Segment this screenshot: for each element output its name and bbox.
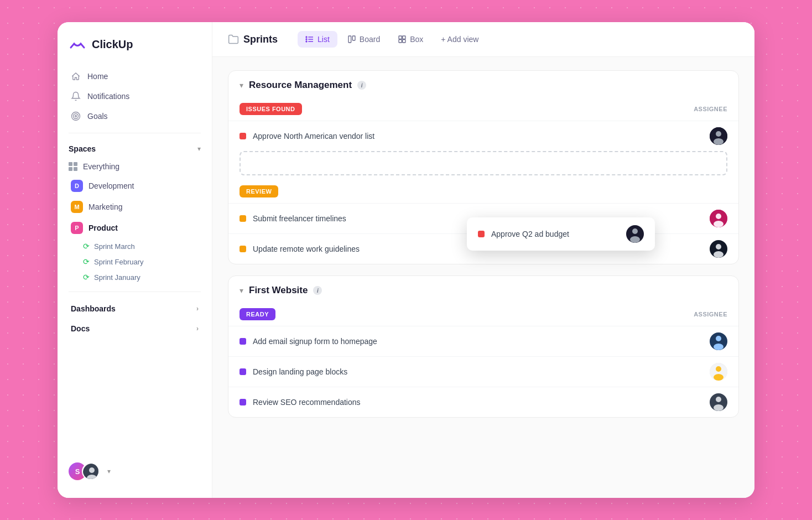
- view-tabs: List Board Box + Add view: [298, 31, 486, 48]
- sprint-february[interactable]: ⟳ Sprint February: [76, 254, 210, 269]
- svg-point-35: [714, 404, 723, 411]
- status-bar-ready: READY ASSIGNEE: [228, 303, 738, 326]
- svg-rect-13: [352, 36, 355, 40]
- sidebar-item-product[interactable]: P Product: [60, 217, 210, 238]
- nav-goals[interactable]: Goals: [64, 106, 205, 126]
- svg-point-25: [716, 244, 721, 249]
- product-label: Product: [89, 223, 118, 232]
- task-name: Submit freelancer timelines: [253, 214, 346, 223]
- add-view-button[interactable]: + Add view: [433, 31, 486, 48]
- assignee-col-label-2: ASSIGNEE: [694, 311, 727, 318]
- tab-list[interactable]: List: [298, 31, 337, 48]
- assignee-person-icon: [710, 332, 727, 350]
- task-left: Submit freelancer timelines: [240, 214, 346, 223]
- assignee-avatar: [710, 240, 727, 258]
- nav-goals-label: Goals: [87, 112, 108, 121]
- assignee-avatar: [710, 393, 727, 411]
- tab-board-label: Board: [360, 35, 380, 44]
- assignee-person-icon: [710, 127, 727, 145]
- svg-rect-14: [399, 36, 402, 39]
- resource-management-title: Resource Management: [249, 80, 352, 91]
- tab-board[interactable]: Board: [340, 31, 388, 48]
- table-row[interactable]: Review SEO recommendations: [228, 387, 738, 417]
- svg-point-2: [75, 116, 77, 117]
- collapse-resource-management-icon[interactable]: ▾: [240, 81, 243, 90]
- main-content: Sprints List Board: [212, 22, 754, 498]
- spaces-title: Spaces: [69, 144, 96, 153]
- list-icon: [305, 35, 314, 44]
- marketing-avatar: M: [71, 201, 83, 213]
- sprint-february-label: Sprint February: [94, 258, 144, 266]
- svg-point-38: [630, 236, 640, 243]
- svg-rect-17: [403, 40, 405, 43]
- nav-home[interactable]: Home: [64, 66, 205, 86]
- sidebar-item-development[interactable]: D Development: [60, 175, 210, 196]
- svg-point-10: [306, 39, 307, 40]
- sidebar-divider-1: [69, 133, 201, 133]
- svg-point-23: [714, 221, 723, 227]
- assignee-person-icon: [710, 363, 727, 381]
- page-title: Sprints: [243, 34, 278, 45]
- tab-box[interactable]: Box: [390, 31, 431, 48]
- user-avatar-person-icon: [83, 464, 100, 480]
- first-website-info-icon[interactable]: i: [313, 286, 322, 295]
- status-badge-issues: ISSUES FOUND: [240, 103, 302, 115]
- box-icon: [398, 35, 407, 44]
- table-row[interactable]: Approve North American vendor list: [228, 121, 738, 151]
- svg-point-0: [72, 112, 80, 121]
- sidebar-item-marketing[interactable]: M Marketing: [60, 196, 210, 217]
- app-container: ClickUp Home Notifications Goals Spaces …: [58, 22, 754, 498]
- svg-point-31: [716, 366, 721, 372]
- svg-rect-16: [399, 40, 402, 43]
- assignee-col-label: ASSIGNEE: [694, 106, 727, 112]
- everything-label: Everything: [83, 162, 119, 171]
- status-badge-ready: READY: [240, 308, 275, 320]
- sprint-icon-february: ⟳: [83, 257, 90, 266]
- home-icon: [71, 71, 81, 81]
- task-left: Approve North American vendor list: [240, 132, 374, 141]
- user-avatars[interactable]: S: [69, 462, 100, 480]
- target-icon: [71, 111, 81, 121]
- nav-notifications[interactable]: Notifications: [64, 86, 205, 106]
- grid-icon: [69, 162, 77, 171]
- collapse-first-website-icon[interactable]: ▾: [240, 286, 243, 295]
- svg-point-29: [714, 344, 723, 350]
- drag-assignee-avatar: [626, 225, 644, 243]
- task-name: Approve North American vendor list: [253, 132, 374, 141]
- add-view-label: + Add view: [441, 35, 478, 44]
- svg-point-34: [716, 397, 721, 402]
- bell-icon: [71, 91, 81, 101]
- sidebar-item-everything[interactable]: Everything: [58, 158, 212, 175]
- nav-notifications-label: Notifications: [87, 92, 129, 101]
- svg-point-9: [306, 37, 307, 38]
- sprint-march[interactable]: ⟳ Sprint March: [76, 238, 210, 254]
- user-dropdown-icon[interactable]: ▾: [107, 467, 111, 475]
- nav-docs[interactable]: Docs ›: [60, 319, 210, 339]
- sprint-january[interactable]: ⟳ Sprint January: [76, 269, 210, 285]
- svg-point-1: [74, 114, 79, 119]
- logo-area: ClickUp: [58, 35, 212, 66]
- drag-ghost-card: Approve Q2 ad budget: [467, 217, 655, 251]
- development-avatar: D: [71, 180, 83, 192]
- clickup-logo-icon: [69, 35, 86, 53]
- assignee-avatar: [710, 210, 727, 227]
- task-dot-purple: [240, 338, 246, 345]
- table-row[interactable]: Design landing page blocks: [228, 356, 738, 387]
- marketing-label: Marketing: [89, 202, 122, 211]
- resource-management-info-icon[interactable]: i: [357, 81, 366, 90]
- nav-dashboards[interactable]: Dashboards ›: [60, 299, 210, 319]
- product-sprints: ⟳ Sprint March ⟳ Sprint February ⟳ Sprin…: [74, 238, 212, 285]
- spaces-header[interactable]: Spaces ▾: [58, 140, 212, 158]
- section-resource-management-header: ▾ Resource Management i: [228, 71, 738, 97]
- board-icon: [347, 35, 356, 44]
- svg-point-26: [714, 251, 723, 258]
- sprint-icon-march: ⟳: [83, 242, 90, 251]
- svg-point-19: [716, 131, 721, 137]
- breadcrumb: Sprints: [228, 34, 278, 45]
- sidebar-divider-2: [69, 292, 201, 292]
- table-row[interactable]: Add email signup form to homepage: [228, 326, 738, 356]
- task-left: Add email signup form to homepage: [240, 337, 377, 346]
- task-dot-red: [240, 133, 246, 139]
- task-dot-purple: [240, 368, 246, 375]
- assignee-person-icon: [710, 393, 727, 411]
